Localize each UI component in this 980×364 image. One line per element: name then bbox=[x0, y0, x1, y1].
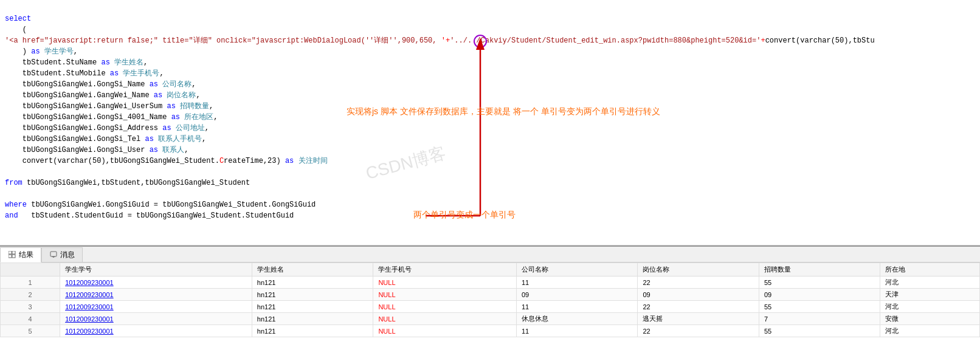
cell-szdq: 安微 bbox=[880, 313, 980, 325]
as-kw6: as bbox=[167, 102, 175, 111]
table-row: 31012009230001hn121NULL112255河北 bbox=[1, 301, 980, 313]
alias-zpsl: 招聘数量 bbox=[180, 102, 209, 111]
svg-rect-4 bbox=[9, 251, 12, 254]
cell-xsxm: hn121 bbox=[252, 276, 373, 289]
cell-sjhm: NULL bbox=[373, 313, 517, 325]
cell-rownum: 1 bbox=[1, 276, 60, 289]
grid-icon bbox=[8, 250, 16, 259]
cell-xsxh: 1012009230001 bbox=[60, 325, 252, 337]
code-editor-area: select ( '<a href="javascript:return fal… bbox=[0, 0, 980, 246]
cell-gsmc: 11 bbox=[516, 301, 638, 313]
svg-rect-7 bbox=[12, 255, 15, 258]
alias-gwmc: 岗位名称 bbox=[167, 91, 196, 100]
alias-gsmc: 公司名称 bbox=[162, 80, 192, 89]
cell-sjhm: NULL bbox=[373, 325, 517, 337]
results-table-container[interactable]: 学生学号 学生姓名 学生手机号 公司名称 岗位名称 招聘数量 所在地 11012… bbox=[0, 263, 980, 364]
cell-xsxh: 1012009230001 bbox=[60, 301, 252, 313]
cell-xsxh: 1012009230001 bbox=[60, 276, 252, 289]
table-row: 41012009230001hn121NULL休息休息逃天摇7安微 bbox=[1, 313, 980, 325]
cell-gsmc: 11 bbox=[516, 276, 638, 289]
message-icon bbox=[49, 250, 58, 259]
svg-rect-8 bbox=[50, 252, 57, 256]
code-content[interactable]: select ( '<a href="javascript:return fal… bbox=[0, 0, 980, 245]
svg-marker-9 bbox=[52, 256, 55, 258]
col-xsxm: 学生姓名 bbox=[252, 263, 373, 276]
tabs-bar: 结果 消息 bbox=[0, 247, 980, 263]
cell-rownum: 2 bbox=[1, 289, 60, 301]
cell-xsxm: hn121 bbox=[252, 289, 373, 301]
tab-results[interactable]: 结果 bbox=[0, 247, 41, 263]
table-row: 11012009230001hn121NULL112255河北 bbox=[1, 276, 980, 289]
tab-messages[interactable]: 消息 bbox=[41, 247, 83, 262]
cell-gwmc: 22 bbox=[638, 276, 759, 289]
cell-xsxh: 1012009230001 bbox=[60, 289, 252, 301]
cell-gwmc: 22 bbox=[638, 301, 759, 313]
as-kw: as bbox=[31, 47, 40, 56]
tab-results-label: 结果 bbox=[19, 250, 33, 260]
as-kw2: as bbox=[101, 58, 109, 67]
table-row: 51012009230001hn121NULL112255河北 bbox=[1, 325, 980, 337]
alias-lxrhm: 联系人手机号 bbox=[158, 135, 202, 143]
alias-xsxh: 学生学号 bbox=[44, 47, 74, 56]
as-kw10: as bbox=[150, 146, 158, 154]
cell-szdq: 河北 bbox=[880, 301, 980, 313]
col-xsxh: 学生学号 bbox=[60, 263, 252, 276]
alias-xsxm: 学生姓名 bbox=[114, 58, 143, 67]
string-url: '../../Cakviy/Student/Student_edit_win.a… bbox=[450, 36, 761, 45]
col-zpsl: 招聘数量 bbox=[759, 263, 880, 276]
col-gwmc: 岗位名称 bbox=[638, 263, 759, 276]
cell-sjhm: NULL bbox=[373, 289, 517, 301]
convert-func: convert(varchar(50),tbStu bbox=[765, 36, 875, 45]
col-rownum bbox=[1, 263, 60, 276]
cell-sjhm: NULL bbox=[373, 301, 517, 313]
alias-lxr: 联系人 bbox=[162, 146, 184, 154]
alias-szdq: 所在地区 bbox=[184, 113, 213, 122]
concat-operator: '+ bbox=[441, 36, 450, 45]
cell-xsxm: hn121 bbox=[252, 313, 373, 325]
cell-xsxm: hn121 bbox=[252, 325, 373, 337]
cell-xsxm: hn121 bbox=[252, 301, 373, 313]
alias-gsdz: 公司地址 bbox=[176, 124, 205, 132]
as-kw5: as bbox=[154, 91, 162, 100]
col-szdq: 所在地 bbox=[880, 263, 980, 276]
table-row: 21012009230001hn121NULL090909天津 bbox=[1, 289, 980, 301]
cell-zpsl: 55 bbox=[759, 301, 880, 313]
col-gsmc: 公司名称 bbox=[516, 263, 638, 276]
cell-xsxh: 1012009230001 bbox=[60, 313, 252, 325]
from-kw: from bbox=[5, 179, 22, 187]
cell-gsmc: 11 bbox=[516, 325, 638, 337]
results-panel: 结果 消息 学生学号 学生姓名 bbox=[0, 246, 980, 364]
cell-rownum: 3 bbox=[1, 301, 60, 313]
results-table: 学生学号 学生姓名 学生手机号 公司名称 岗位名称 招聘数量 所在地 11012… bbox=[0, 263, 980, 337]
as-kw11: as bbox=[285, 157, 294, 165]
where-kw: where bbox=[5, 201, 27, 209]
convert-time: convert(varchar(50),tbUGongSiGangWei_Stu… bbox=[22, 157, 281, 165]
table-header-row: 学生学号 学生姓名 学生手机号 公司名称 岗位名称 招聘数量 所在地 bbox=[1, 263, 980, 276]
cell-zpsl: 09 bbox=[759, 289, 880, 301]
cell-rownum: 5 bbox=[1, 325, 60, 337]
code-scrollbar[interactable] bbox=[0, 245, 980, 246]
cell-gwmc: 09 bbox=[638, 289, 759, 301]
alias-sjhm: 学生手机号 bbox=[123, 69, 159, 78]
cell-zpsl: 55 bbox=[759, 325, 880, 337]
svg-rect-5 bbox=[12, 251, 15, 254]
as-kw7: as bbox=[171, 113, 180, 122]
cell-rownum: 4 bbox=[1, 313, 60, 325]
cell-zpsl: 55 bbox=[759, 276, 880, 289]
as-kw4: as bbox=[150, 80, 158, 89]
cell-gsmc: 09 bbox=[516, 289, 638, 301]
cell-sjhm: NULL bbox=[373, 276, 517, 289]
plus: + bbox=[761, 36, 765, 45]
cell-gsmc: 休息休息 bbox=[516, 313, 638, 325]
keyword-select: select bbox=[5, 15, 31, 23]
as-kw9: as bbox=[145, 135, 153, 143]
and-kw: and bbox=[5, 211, 18, 220]
as-kw3: as bbox=[110, 69, 119, 78]
as-kw8: as bbox=[162, 124, 171, 132]
alias-gzsj: 关注时间 bbox=[298, 157, 328, 165]
cell-szdq: 天津 bbox=[880, 289, 980, 301]
main-container: select ( '<a href="javascript:return fal… bbox=[0, 0, 980, 364]
cell-gwmc: 逃天摇 bbox=[638, 313, 759, 325]
col-sjhm: 学生手机号 bbox=[373, 263, 517, 276]
cell-szdq: 河北 bbox=[880, 325, 980, 337]
